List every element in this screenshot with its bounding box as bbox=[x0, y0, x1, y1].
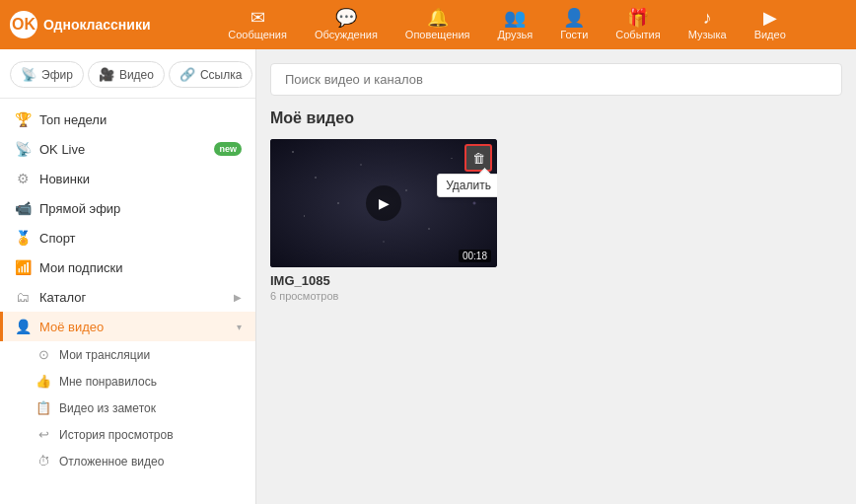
upload-tabs: 📡 Эфир 🎥 Видео 🔗 Ссылка bbox=[0, 49, 255, 99]
my-video-label: Моё видео bbox=[39, 320, 229, 334]
ok-live-label: OK Live bbox=[39, 142, 206, 157]
sidebar-subitem-from-notes[interactable]: 📋 Видео из заметок bbox=[0, 395, 255, 421]
sidebar-item-subscriptions[interactable]: 📶 Мои подписки bbox=[0, 252, 255, 282]
video-nav-icon: ▶ bbox=[763, 9, 777, 27]
ok-live-icon: 📡 bbox=[14, 141, 32, 157]
play-button[interactable]: ▶ bbox=[366, 185, 401, 221]
nav-guests[interactable]: 👤 Гости bbox=[546, 9, 602, 40]
history-label: История просмотров bbox=[59, 428, 174, 442]
my-video-arrow-icon: ▾ bbox=[237, 322, 242, 332]
top-week-label: Топ недели bbox=[39, 112, 242, 127]
tab-efir-label: Эфир bbox=[41, 68, 73, 82]
live-icon: 📹 bbox=[14, 200, 32, 216]
search-input[interactable] bbox=[270, 63, 842, 96]
link-icon: 🔗 bbox=[179, 67, 195, 82]
my-streams-icon: ⊙ bbox=[36, 347, 51, 362]
tab-efir[interactable]: 📡 Эфир bbox=[10, 61, 84, 88]
tab-link[interactable]: 🔗 Ссылка bbox=[169, 61, 252, 88]
sidebar-subitem-history[interactable]: ↩ История просмотров bbox=[0, 421, 255, 448]
nav-notifications-label: Оповещения bbox=[405, 29, 470, 40]
sidebar-item-new[interactable]: ⚙ Новинки bbox=[0, 164, 255, 193]
nav-items: ✉ Сообщения 💬 Обсуждения 🔔 Оповещения 👥 … bbox=[168, 9, 846, 40]
new-icon: ⚙ bbox=[14, 171, 32, 186]
sidebar-item-ok-live[interactable]: 📡 OK Live new bbox=[0, 134, 255, 164]
nav-music-label: Музыка bbox=[688, 29, 727, 40]
sidebar: 📡 Эфир 🎥 Видео 🔗 Ссылка 🏆 Топ недели 📡 O… bbox=[0, 49, 256, 504]
sidebar-menu: 🏆 Топ недели 📡 OK Live new ⚙ Новинки 📹 П… bbox=[0, 99, 255, 480]
my-streams-label: Мои трансляции bbox=[59, 348, 150, 362]
history-icon: ↩ bbox=[36, 427, 51, 442]
deferred-icon: ⏱ bbox=[36, 454, 51, 468]
video-title: IMG_1085 bbox=[270, 273, 497, 288]
main-layout: 📡 Эфир 🎥 Видео 🔗 Ссылка 🏆 Топ недели 📡 O… bbox=[0, 49, 856, 504]
top-week-icon: 🏆 bbox=[14, 111, 32, 127]
subscriptions-label: Мои подписки bbox=[39, 260, 242, 275]
sidebar-subitem-liked[interactable]: 👍 Мне понравилось bbox=[0, 368, 255, 395]
live-label: Прямой эфир bbox=[39, 201, 242, 216]
nav-discussions[interactable]: 💬 Обсуждения bbox=[301, 9, 392, 40]
sidebar-item-live[interactable]: 📹 Прямой эфир bbox=[0, 193, 255, 223]
brand-logo[interactable]: OK Одноклассники bbox=[10, 11, 168, 38]
efir-icon: 📡 bbox=[21, 67, 36, 82]
video-card: ▶ 00:18 🗑 Удалить IMG_1085 6 просмотров bbox=[270, 139, 497, 302]
my-video-icon: 👤 bbox=[14, 319, 32, 334]
events-icon: 🎁 bbox=[627, 9, 649, 27]
section-title: Моё видео bbox=[270, 109, 842, 127]
sidebar-subitem-deferred[interactable]: ⏱ Отложенное видео bbox=[0, 448, 255, 474]
new-label: Новинки bbox=[39, 172, 242, 186]
nav-guests-label: Гости bbox=[560, 29, 588, 40]
sidebar-item-catalog[interactable]: 🗂 Каталог ▶ bbox=[0, 282, 255, 312]
sidebar-subitem-my-streams[interactable]: ⊙ Мои трансляции bbox=[0, 341, 255, 368]
video-grid: ▶ 00:18 🗑 Удалить IMG_1085 6 просмотров bbox=[270, 139, 842, 302]
logo-icon: OK bbox=[10, 11, 37, 38]
tab-video-label: Видео bbox=[119, 68, 154, 82]
subscriptions-icon: 📶 bbox=[14, 259, 32, 275]
liked-icon: 👍 bbox=[36, 374, 51, 389]
nav-discussions-label: Обсуждения bbox=[315, 29, 378, 40]
video-duration: 00:18 bbox=[459, 250, 491, 262]
from-notes-label: Видео из заметок bbox=[59, 401, 156, 415]
video-views: 6 просмотров bbox=[270, 290, 497, 302]
delete-button[interactable]: 🗑 bbox=[464, 144, 492, 172]
music-icon: ♪ bbox=[703, 9, 712, 27]
tab-video-upload[interactable]: 🎥 Видео bbox=[88, 61, 165, 88]
messages-icon: ✉ bbox=[250, 9, 265, 27]
tab-link-label: Ссылка bbox=[200, 68, 242, 82]
guests-icon: 👤 bbox=[563, 9, 585, 27]
discussions-icon: 💬 bbox=[335, 9, 357, 27]
deferred-label: Отложенное видео bbox=[59, 455, 164, 468]
delete-btn-container: 🗑 Удалить bbox=[464, 144, 492, 172]
sport-icon: 🏅 bbox=[14, 230, 32, 246]
main-content: Моё видео ▶ 00:18 🗑 Удалить IMG_1085 6 п… bbox=[256, 49, 856, 504]
nav-friends-label: Друзья bbox=[498, 29, 534, 40]
sport-label: Спорт bbox=[39, 231, 242, 246]
nav-video-label: Видео bbox=[754, 29, 786, 40]
sidebar-item-sport[interactable]: 🏅 Спорт bbox=[0, 223, 255, 252]
nav-events[interactable]: 🎁 События bbox=[602, 9, 674, 40]
nav-notifications[interactable]: 🔔 Оповещения bbox=[392, 9, 484, 40]
liked-label: Мне понравилось bbox=[59, 375, 157, 389]
nav-messages[interactable]: ✉ Сообщения bbox=[214, 9, 301, 40]
video-thumbnail[interactable]: ▶ 00:18 🗑 Удалить bbox=[270, 139, 497, 267]
sidebar-item-top-week[interactable]: 🏆 Топ недели bbox=[0, 105, 255, 134]
delete-tooltip: Удалить bbox=[437, 174, 497, 197]
nav-music[interactable]: ♪ Музыка bbox=[675, 9, 741, 40]
top-nav: OK Одноклассники ✉ Сообщения 💬 Обсуждени… bbox=[0, 0, 856, 49]
from-notes-icon: 📋 bbox=[36, 400, 51, 415]
nav-messages-label: Сообщения bbox=[228, 29, 287, 40]
sidebar-item-my-video[interactable]: 👤 Моё видео ▾ bbox=[0, 312, 255, 341]
nav-events-label: События bbox=[615, 29, 660, 40]
nav-video[interactable]: ▶ Видео bbox=[741, 9, 800, 40]
nav-friends[interactable]: 👥 Друзья bbox=[484, 9, 547, 40]
friends-icon: 👥 bbox=[504, 9, 526, 27]
notifications-icon: 🔔 bbox=[427, 9, 449, 27]
catalog-label: Каталог bbox=[39, 290, 226, 305]
catalog-arrow-icon: ▶ bbox=[234, 292, 242, 303]
catalog-icon: 🗂 bbox=[14, 289, 32, 305]
ok-live-badge: new bbox=[214, 142, 242, 156]
brand-name: Одноклассники bbox=[43, 17, 151, 33]
video-upload-icon: 🎥 bbox=[99, 67, 114, 82]
